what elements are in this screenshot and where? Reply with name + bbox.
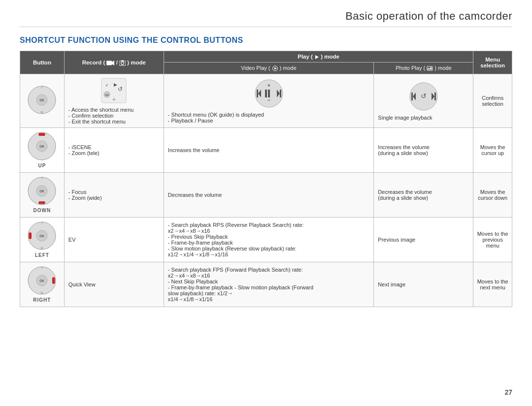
table-row: OKTWRIGHTQuick View- Search playback FPS… bbox=[20, 262, 512, 307]
video-play-text: Decreases the volume bbox=[168, 192, 370, 198]
ctrl-btn-left: OKTW bbox=[22, 221, 62, 251]
photo-play-text: Increases the volume (during a slide sho… bbox=[378, 144, 469, 156]
video-play-cell: Decreases the volume bbox=[164, 173, 374, 218]
table-row: OKTUP- iSCENE - Zoom (tele)Increases the… bbox=[20, 128, 512, 173]
record-mode-text: - Focus - Zoom (wide) bbox=[68, 189, 160, 201]
photo-play-text: Next image bbox=[378, 281, 469, 287]
svg-text:+: + bbox=[267, 83, 270, 88]
button-cell: OKTW bbox=[20, 74, 65, 128]
svg-text:↺: ↺ bbox=[118, 86, 123, 93]
svg-rect-0 bbox=[106, 61, 112, 65]
video-play-cell: - Search playback RPS (Reverse Playback … bbox=[164, 218, 374, 262]
svg-text:W: W bbox=[41, 202, 43, 205]
menu-selection-cell: Moves the cursor up bbox=[473, 128, 512, 173]
table-body: OKTW ↙ OK ↺ ▶ ✛ - Access the shortcut me… bbox=[20, 74, 512, 307]
svg-marker-1 bbox=[112, 61, 114, 65]
video-play-text: Increases the volume bbox=[168, 147, 370, 153]
record-mode-text: - iSCENE - Zoom (tele) bbox=[68, 144, 160, 156]
table-row: OKWTWDOWN- Focus - Zoom (wide)Decreases … bbox=[20, 173, 512, 218]
section-title: SHORTCUT FUNCTION USING THE CONTROL BUTT… bbox=[20, 36, 512, 45]
ctrl-btn-down: OKWTW bbox=[22, 177, 62, 206]
ok-record-icon: ↙ OK ↺ ▶ ✛ bbox=[68, 77, 160, 105]
photo-play-cell: Next image bbox=[374, 262, 473, 307]
camcorder-icon bbox=[106, 60, 114, 66]
record-mode-cell: - iSCENE - Zoom (tele) bbox=[64, 128, 164, 173]
svg-text:W: W bbox=[41, 110, 43, 113]
svg-marker-9 bbox=[427, 68, 432, 70]
menu-selection-cell: Moves to the previous menu bbox=[473, 218, 512, 262]
photo-play-icon: ↺ bbox=[378, 82, 469, 112]
record-mode-cell: ↙ OK ↺ ▶ ✛ - Access the shortcut menu - … bbox=[64, 74, 164, 128]
shortcut-table: Button Record ( / ) mode bbox=[20, 51, 512, 307]
photo-play-cell: Increases the volume (during a slide sho… bbox=[374, 128, 473, 173]
video-play-cell: Increases the volume bbox=[164, 128, 374, 173]
svg-point-59 bbox=[29, 236, 32, 239]
photo-play-text: Decreases the volume (during a slide sho… bbox=[378, 189, 469, 201]
svg-text:▶: ▶ bbox=[114, 82, 117, 87]
button-label: DOWN bbox=[22, 208, 62, 213]
svg-text:OK: OK bbox=[40, 189, 45, 193]
col-header-play: Play ( ) mode bbox=[164, 51, 473, 62]
svg-rect-29 bbox=[280, 90, 281, 97]
svg-text:OK: OK bbox=[40, 234, 45, 238]
photo-play-cell: Previous image bbox=[374, 218, 473, 262]
video-play-text: - Shortcut menu (OK guide) is displayed … bbox=[168, 112, 370, 124]
page-title: Basic operation of the camcorder bbox=[20, 10, 512, 27]
svg-marker-5 bbox=[315, 55, 319, 59]
table-row: OKTWLEFTEV- Search playback RPS (Reverse… bbox=[20, 218, 512, 262]
menu-selection-cell: Confirms selection bbox=[473, 74, 512, 128]
svg-text:↙: ↙ bbox=[105, 83, 109, 87]
col-header-button: Button bbox=[20, 51, 65, 74]
col-header-photo-play: Photo Play ( ) mode bbox=[374, 62, 473, 74]
ctrl-btn-up: OKT bbox=[22, 132, 62, 161]
svg-text:OK: OK bbox=[40, 98, 45, 102]
svg-text:↺: ↺ bbox=[421, 92, 427, 100]
svg-point-44 bbox=[42, 133, 45, 136]
col-header-record: Record ( / ) mode bbox=[64, 51, 164, 74]
photo-play-text: Single image playback bbox=[378, 115, 469, 121]
button-label: LEFT bbox=[22, 252, 62, 258]
col-header-video-play: Video Play ( ) mode bbox=[164, 62, 374, 74]
page-number: 27 bbox=[504, 388, 512, 396]
svg-text:W: W bbox=[41, 247, 43, 250]
play-icon-header bbox=[314, 55, 319, 60]
record-mode-text: EV bbox=[68, 237, 160, 243]
ctrl-btn-right: OKTW bbox=[22, 266, 62, 296]
camera-icon bbox=[119, 60, 126, 66]
svg-rect-34 bbox=[411, 93, 413, 100]
video-play-icon bbox=[272, 65, 278, 71]
button-label: UP bbox=[22, 163, 62, 168]
button-label: RIGHT bbox=[22, 297, 62, 303]
svg-text:OK: OK bbox=[40, 279, 45, 282]
button-cell: OKTUP bbox=[20, 128, 65, 173]
svg-point-67 bbox=[52, 281, 55, 284]
video-play-cell: + − - Shortcut menu (OK guide) is displa… bbox=[164, 74, 374, 128]
video-play-cell: - Search playback FPS (Forward Playback … bbox=[164, 262, 374, 307]
photo-play-cell: ↺ Single image playback bbox=[374, 74, 473, 128]
svg-rect-4 bbox=[121, 60, 124, 61]
svg-text:OK: OK bbox=[40, 145, 45, 148]
svg-text:−: − bbox=[267, 97, 270, 103]
table-header-top: Button Record ( / ) mode bbox=[20, 51, 512, 62]
video-play-text: - Search playback RPS (Reverse Playback … bbox=[168, 222, 370, 257]
svg-text:W: W bbox=[41, 291, 43, 294]
record-mode-cell: EV bbox=[64, 218, 164, 262]
button-cell: OKWTWDOWN bbox=[20, 173, 65, 218]
menu-selection-cell: Moves to the next menu bbox=[473, 262, 512, 307]
svg-rect-27 bbox=[268, 90, 270, 97]
record-mode-cell: Quick View bbox=[64, 262, 164, 307]
svg-rect-25 bbox=[257, 90, 258, 97]
svg-rect-37 bbox=[434, 93, 436, 100]
svg-point-10 bbox=[431, 67, 432, 68]
record-mode-text: - Access the shortcut menu - Confirm sel… bbox=[68, 107, 160, 125]
record-mode-cell: - Focus - Zoom (wide) bbox=[64, 173, 164, 218]
svg-marker-7 bbox=[274, 67, 277, 70]
svg-text:✛: ✛ bbox=[112, 97, 116, 102]
menu-selection-cell: Moves the cursor down bbox=[473, 173, 512, 218]
col-header-menu: Menu selection bbox=[473, 51, 512, 74]
table-row: OKTW ↙ OK ↺ ▶ ✛ - Access the shortcut me… bbox=[20, 74, 512, 128]
svg-text:OK: OK bbox=[105, 94, 109, 96]
svg-rect-26 bbox=[265, 90, 267, 97]
video-play-icon: + − bbox=[168, 79, 370, 109]
svg-rect-8 bbox=[427, 66, 432, 70]
